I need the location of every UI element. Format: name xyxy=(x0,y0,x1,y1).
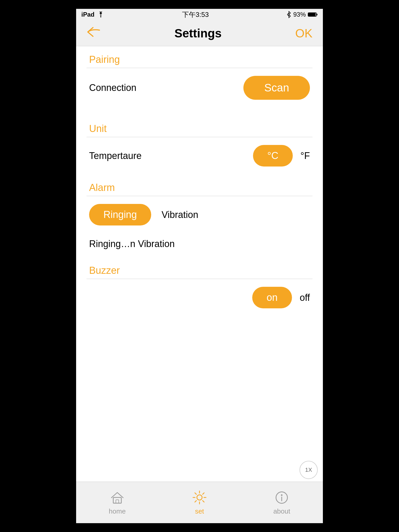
page-title: Settings xyxy=(175,26,222,40)
section-unit-header: Unit xyxy=(76,115,323,137)
fahrenheit-button[interactable]: °F xyxy=(301,150,310,161)
main-content: Settings OK Pairing Connection Scan Unit… xyxy=(76,20,323,523)
status-left: iPad xyxy=(81,11,104,18)
settings-content: Pairing Connection Scan Unit Tempertaure… xyxy=(76,46,323,482)
vibration-button[interactable]: Vibration xyxy=(162,209,198,220)
buzzer-controls: on off xyxy=(252,287,310,308)
back-button[interactable] xyxy=(87,26,101,40)
battery-icon xyxy=(308,12,318,17)
section-alarm-header: Alarm xyxy=(76,174,323,196)
status-right: 93% xyxy=(287,11,318,18)
tab-bar: home set xyxy=(76,482,323,523)
section-pairing-header: Pairing xyxy=(76,46,323,68)
device-frame: iPad 下午3:53 93% xyxy=(76,9,323,523)
wifi-icon xyxy=(97,12,104,17)
temperature-label: Tempertaure xyxy=(89,150,253,161)
temperature-controls: °C °F xyxy=(253,145,310,167)
ok-button[interactable]: OK xyxy=(295,26,312,40)
connection-label: Connection xyxy=(89,82,243,93)
svg-point-8 xyxy=(197,495,202,500)
alarm-combined-label: Ringing…n Vibration xyxy=(76,233,323,257)
ringing-button[interactable]: Ringing xyxy=(89,204,151,225)
celsius-button[interactable]: °C xyxy=(253,145,293,167)
buzzer-on-button[interactable]: on xyxy=(252,287,292,308)
device-name: iPad xyxy=(81,11,95,18)
scan-button[interactable]: Scan xyxy=(243,76,310,100)
temperature-row: Tempertaure °C °F xyxy=(76,137,323,174)
alarm-options-row: Ringing Vibration xyxy=(76,196,323,233)
header: Settings OK xyxy=(76,20,323,46)
tab-set[interactable]: set xyxy=(158,490,241,515)
tab-home-label: home xyxy=(109,507,126,515)
zoom-badge[interactable]: 1X xyxy=(300,461,318,479)
svg-rect-4 xyxy=(308,13,316,16)
status-bar: iPad 下午3:53 93% xyxy=(76,9,323,20)
tab-home[interactable]: home xyxy=(76,490,158,515)
status-time: 下午3:53 xyxy=(182,10,209,19)
buzzer-off-button[interactable]: off xyxy=(300,292,310,303)
tab-about[interactable]: about xyxy=(241,490,323,515)
tab-set-label: set xyxy=(195,507,204,515)
settings-icon xyxy=(192,490,207,505)
about-icon xyxy=(274,490,290,505)
spacer1 xyxy=(76,108,323,115)
svg-rect-6 xyxy=(113,497,121,503)
svg-rect-5 xyxy=(316,14,317,15)
svg-point-0 xyxy=(100,16,101,17)
tab-about-label: about xyxy=(273,507,290,515)
svg-rect-7 xyxy=(116,500,119,503)
connection-row: Connection Scan xyxy=(76,68,323,108)
connection-controls: Scan xyxy=(243,76,310,100)
battery-percent: 93% xyxy=(293,11,306,18)
section-buzzer-header: Buzzer xyxy=(76,257,323,279)
buzzer-row: on off xyxy=(76,279,323,316)
bluetooth-icon xyxy=(287,11,291,18)
svg-point-10 xyxy=(281,494,283,496)
home-icon xyxy=(109,490,125,505)
